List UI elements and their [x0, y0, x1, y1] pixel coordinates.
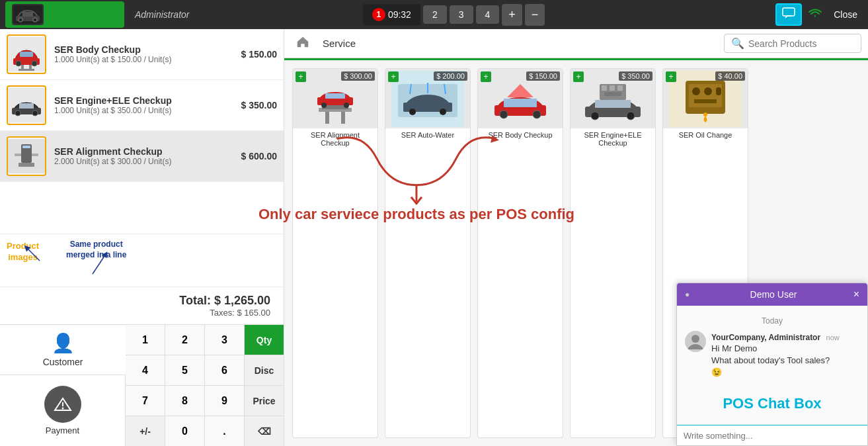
svg-point-54	[591, 112, 599, 120]
order-item-price-3: $ 600.00	[241, 151, 278, 161]
numpad-1[interactable]: 1	[126, 325, 165, 355]
tab-2[interactable]: 2	[423, 5, 447, 24]
total-value: $ 1,265.00	[214, 294, 270, 307]
numpad-4[interactable]: 4	[126, 355, 165, 385]
order-item-name-3: SER Alignment Checkup	[54, 146, 241, 157]
product-name-2: SER Auto-Water	[385, 128, 470, 148]
payment-label: Payment	[46, 425, 79, 435]
numpad-disc[interactable]: Disc	[245, 355, 284, 385]
product-price-4: $ 350.00	[619, 71, 652, 81]
numpad-0[interactable]: 0	[165, 416, 204, 446]
numpad-qty[interactable]: Qty	[245, 325, 284, 355]
svg-rect-67	[716, 87, 721, 95]
topbar: POS Logo Administrator 1 09:32 2 3 4 + −…	[0, 0, 868, 29]
main-layout: SER Body Checkup 1.000 Unit(s) at $ 150.…	[0, 29, 868, 446]
numpad-8[interactable]: 8	[165, 386, 204, 416]
product-card-autowater[interactable]: + $ 200.00	[385, 68, 471, 438]
product-add-icon-4: +	[573, 71, 584, 82]
search-box: 🔍	[724, 34, 861, 53]
chat-icon-button[interactable]	[775, 3, 802, 26]
admin-label: Administrator	[135, 9, 360, 20]
chat-day: Today	[685, 316, 859, 326]
svg-rect-18	[19, 103, 34, 109]
total-line: Total: $ 1,265.00	[13, 294, 270, 308]
product-name-5: SER Oil Change	[663, 128, 748, 148]
payment-area: Payment	[0, 375, 125, 446]
numpad-5[interactable]: 5	[165, 355, 204, 385]
remove-tab-button[interactable]: −	[525, 4, 545, 26]
numpad-3[interactable]: 3	[205, 325, 244, 355]
home-button[interactable]	[291, 33, 315, 54]
svg-point-8	[16, 61, 21, 66]
svg-rect-65	[692, 87, 700, 95]
svg-rect-51	[504, 99, 537, 107]
chat-input[interactable]	[684, 431, 861, 441]
product-name-4: SER Engine+ELE Checkup	[571, 128, 655, 150]
product-add-icon-5: +	[666, 71, 676, 82]
chat-message-row: YourCompany, Administrator now Hi Mr Dem…	[685, 331, 859, 379]
svg-point-2	[19, 18, 22, 22]
close-button[interactable]: Close	[828, 7, 863, 22]
chat-avatar	[685, 331, 706, 352]
order-item-1[interactable]: SER Body Checkup 1.000 Unit(s) at $ 150.…	[0, 29, 284, 80]
svg-point-36	[321, 103, 327, 108]
svg-rect-5	[783, 8, 795, 16]
svg-point-42	[409, 109, 416, 115]
tab-1-num: 1	[372, 8, 385, 21]
numpad-6[interactable]: 6	[205, 355, 244, 385]
numpad-7[interactable]: 7	[126, 386, 165, 416]
numpad-dot[interactable]: .	[205, 416, 244, 446]
order-item-2[interactable]: SER Engine+ELE Checkup 1.000 Unit(s) at …	[0, 80, 284, 131]
payment-button[interactable]: Payment	[23, 380, 102, 441]
merged-annotation: Same productmerged in a line	[66, 240, 126, 260]
svg-point-50	[533, 111, 541, 118]
customer-button[interactable]: 👤 Customer	[0, 325, 126, 375]
svg-point-72	[691, 335, 699, 343]
order-list: SER Body Checkup 1.000 Unit(s) at $ 150.…	[0, 29, 284, 234]
svg-rect-10	[20, 52, 33, 57]
payment-circle	[44, 386, 81, 423]
left-panel: SER Body Checkup 1.000 Unit(s) at $ 150.…	[0, 29, 284, 446]
numpad-9[interactable]: 9	[205, 386, 244, 416]
svg-rect-58	[602, 85, 607, 91]
order-item-3[interactable]: SER Alignment Checkup 2.000 Unit(s) at $…	[0, 131, 284, 182]
svg-rect-4	[22, 12, 33, 17]
order-item-name-1: SER Body Checkup	[54, 44, 241, 55]
tab-1[interactable]: 1 09:32	[363, 4, 420, 25]
order-item-price-2: $ 350.00	[241, 100, 278, 111]
product-price-5: $ 40.00	[715, 71, 745, 81]
order-item-info-1: SER Body Checkup 1.000 Unit(s) at $ 150.…	[54, 44, 241, 64]
chat-sender-line: YourCompany, Administrator now	[711, 331, 859, 343]
numpad-plusminus[interactable]: +/-	[126, 416, 165, 446]
logo-box: POS Logo	[5, 1, 124, 28]
search-icon: 🔍	[731, 37, 744, 50]
numpad-backspace[interactable]: ⌫	[245, 416, 284, 446]
search-input[interactable]	[748, 38, 854, 49]
order-item-img-3	[7, 136, 46, 176]
chat-msg-3: 😉	[711, 367, 859, 379]
bottom-bar: 👤 Customer Payment	[0, 324, 284, 446]
chat-sender: YourCompany, Administrator	[711, 333, 820, 342]
numpad: 1 2 3 Qty 4 5 6 Disc 7 8 9 Price +/- 0 .…	[126, 325, 284, 446]
svg-point-17	[32, 111, 38, 116]
tab-4[interactable]: 4	[476, 5, 500, 24]
chat-close-button[interactable]: ×	[853, 289, 859, 300]
svg-line-25	[26, 247, 40, 261]
svg-point-9	[32, 61, 37, 66]
numpad-price[interactable]: Price	[245, 386, 284, 416]
svg-rect-38	[325, 93, 345, 99]
chat-pos-label: POS Chat Box	[685, 384, 859, 418]
customer-icon: 👤	[52, 332, 75, 354]
taxes-label: Taxes:	[210, 308, 235, 318]
product-card-engine[interactable]: + $ 350.00	[570, 68, 656, 438]
add-tab-button[interactable]: +	[502, 4, 522, 26]
logo-text: POS Logo	[49, 7, 113, 22]
product-card-alignment[interactable]: + $ 300.00	[292, 68, 378, 438]
customer-label: Customer	[43, 357, 83, 367]
numpad-2[interactable]: 2	[165, 325, 204, 355]
order-item-info-2: SER Engine+ELE Checkup 1.000 Unit(s) at …	[54, 95, 241, 115]
taxes-value: $ 165.00	[237, 308, 270, 318]
tab-3[interactable]: 3	[450, 5, 473, 24]
product-card-body[interactable]: + $ 150.00 SER Body Checkup	[477, 68, 563, 438]
svg-rect-66	[704, 87, 712, 95]
